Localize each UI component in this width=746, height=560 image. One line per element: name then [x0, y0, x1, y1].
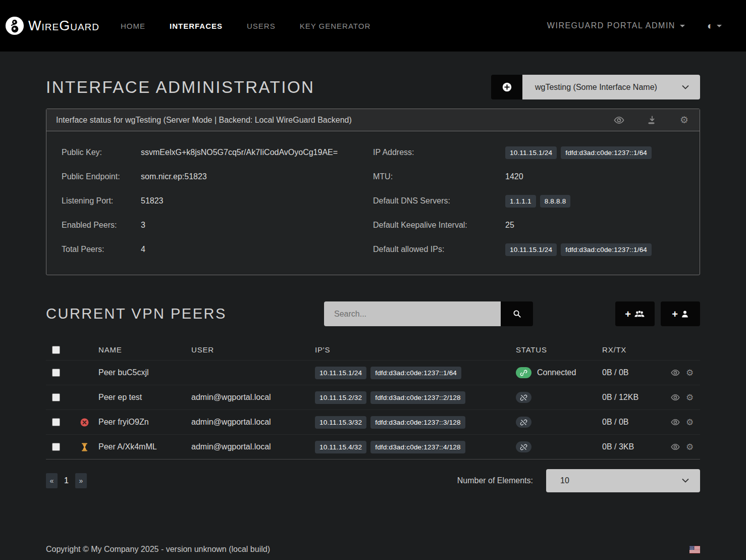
peer-name: Peer buC5cxjl	[98, 368, 191, 377]
nav-link-home[interactable]: HOME	[121, 22, 145, 30]
peer-settings-button[interactable]: ⚙	[686, 393, 694, 402]
nav-link-key-generator[interactable]: KEY GENERATOR	[300, 22, 371, 30]
peer-checkbox[interactable]	[52, 418, 60, 426]
peer-ip6-badge: fdfd:d3ad:c0de:1237::3/128	[370, 416, 465, 429]
peers-section-title: CURRENT VPN PEERS	[46, 306, 324, 322]
pagination-current-page: 1	[61, 476, 72, 485]
eye-icon	[671, 394, 680, 401]
peer-ip4-badge: 10.11.15.4/32	[315, 441, 366, 453]
peer-checkbox[interactable]	[52, 393, 60, 401]
user-menu-label: WIREGUARD PORTAL ADMIN	[547, 21, 675, 30]
add-multiple-peers-button[interactable]: +	[615, 301, 655, 326]
eye-icon	[671, 369, 680, 376]
page-size-label: Number of Elements:	[457, 476, 533, 485]
circle-half-theme-icon: ◐	[707, 21, 713, 31]
peer-settings-button[interactable]: ⚙	[686, 418, 694, 427]
interface-settings-button[interactable]: ⚙	[680, 115, 688, 125]
nav-right: WIREGUARD PORTAL ADMIN ◐	[547, 21, 722, 31]
column-name: NAME	[98, 345, 191, 354]
gear-icon: ⚙	[686, 418, 694, 427]
nav-link-users[interactable]: USERS	[247, 22, 276, 30]
peer-name: Peer A/Xk4mML	[98, 442, 191, 451]
interface-details-right: IP Address: 10.11.15.1/24 fdfd:d3ad:c0de…	[373, 140, 684, 262]
peer-name: Peer fryiO9Zn	[98, 418, 191, 427]
disconnected-status-badge	[516, 392, 531, 403]
detail-mtu: MTU: 1420	[373, 165, 684, 189]
peer-settings-button[interactable]: ⚙	[686, 369, 694, 377]
pagination-prev-button[interactable]: «	[46, 473, 58, 488]
eye-icon	[671, 443, 680, 450]
ip-badge: fdfd:d3ad:c0de:1237::1/64	[561, 146, 652, 159]
column-rxtx: RX/TX	[602, 345, 671, 354]
link-slash-icon	[520, 443, 527, 451]
ip-badge: 10.11.15.1/24	[505, 243, 557, 256]
peer-rxtx: 0B / 0B	[602, 368, 671, 377]
peer-settings-button[interactable]: ⚙	[686, 443, 694, 451]
column-status: STATUS	[516, 345, 602, 354]
peer-expiring-hourglass-icon	[81, 443, 88, 451]
interface-card-title: Interface status for wgTesting (Server M…	[56, 116, 352, 125]
peer-ip4-badge: 10.11.15.1/24	[315, 367, 366, 379]
peer-checkbox[interactable]	[52, 369, 60, 377]
chevron-down-icon	[682, 85, 689, 89]
disconnected-status-badge	[516, 417, 531, 428]
pagination: « 1 »	[46, 473, 87, 488]
brand-label: WireGuard	[28, 18, 99, 34]
pagination-next-button[interactable]: »	[75, 473, 87, 488]
brand[interactable]: WireGuard	[5, 16, 99, 35]
theme-toggle-dropdown[interactable]: ◐	[707, 21, 722, 31]
detail-public-key: Public Key: ssvmEelxG+k8jsNO5G7cq5r/Ak7I…	[62, 140, 373, 165]
user-menu-dropdown[interactable]: WIREGUARD PORTAL ADMIN	[547, 21, 685, 30]
plus-icon: +	[672, 309, 678, 319]
peer-name: Peer ep test	[98, 393, 191, 402]
connected-status-badge	[516, 367, 531, 378]
wireguard-logo-icon	[5, 16, 24, 35]
detail-dns-servers: Default DNS Servers: 1.1.1.1 8.8.8.8	[373, 189, 684, 213]
interface-selector-group: wgTesting (Some Interface Name)	[491, 75, 700, 99]
chevron-down-icon	[717, 25, 722, 27]
view-config-button[interactable]	[614, 116, 624, 124]
peer-row: Peer fryiO9Zn admin@wgportal.local 10.11…	[46, 410, 700, 434]
search-button[interactable]	[501, 301, 533, 326]
download-config-button[interactable]	[648, 116, 657, 125]
chevron-down-icon	[680, 25, 685, 27]
page-size-select[interactable]: 10	[546, 469, 700, 492]
language-us-flag-icon[interactable]	[689, 546, 700, 553]
detail-listening-port: Listening Port: 51823	[62, 189, 373, 213]
eye-icon	[614, 116, 624, 124]
navbar: WireGuard HOME INTERFACES USERS KEY GENE…	[0, 0, 746, 52]
dns-badge: 8.8.8.8	[540, 195, 571, 208]
interface-details-left: Public Key: ssvmEelxG+k8jsNO5G7cq5r/Ak7I…	[62, 140, 373, 262]
view-peer-button[interactable]	[671, 394, 680, 401]
page-size-value: 10	[560, 476, 569, 485]
add-interface-button[interactable]	[491, 75, 522, 99]
select-all-checkbox[interactable]	[52, 346, 60, 354]
column-ips: IP'S	[315, 345, 516, 354]
nav-links: HOME INTERFACES USERS KEY GENERATOR	[121, 22, 370, 30]
view-peer-button[interactable]	[671, 443, 680, 450]
add-peer-button[interactable]: +	[661, 301, 700, 326]
disconnected-status-badge	[516, 441, 531, 452]
eye-icon	[671, 419, 680, 426]
ip-badge: 10.11.15.1/24	[505, 146, 557, 159]
peer-ip6-badge: fdfd:d3ad:c0de:1237::4/128	[370, 441, 465, 453]
peer-user: admin@wgportal.local	[191, 393, 315, 402]
search-input[interactable]	[324, 301, 501, 326]
peer-ip4-badge: 10.11.15.2/32	[315, 391, 366, 404]
footer: Copyright © My Company 2025 - version un…	[0, 545, 746, 560]
people-group-icon	[634, 310, 645, 318]
nav-link-interfaces[interactable]: INTERFACES	[170, 22, 223, 30]
peer-user: admin@wgportal.local	[191, 442, 315, 451]
view-peer-button[interactable]	[671, 369, 680, 376]
detail-allowed-ips: Default allowed IPs: 10.11.15.1/24 fdfd:…	[373, 237, 684, 262]
view-peer-button[interactable]	[671, 419, 680, 426]
link-slash-icon	[520, 419, 527, 426]
dns-badge: 1.1.1.1	[505, 195, 536, 208]
plus-circle-icon	[502, 82, 512, 92]
peer-disabled-icon	[80, 418, 89, 427]
person-icon	[681, 310, 689, 318]
peer-ip4-badge: 10.11.15.3/32	[315, 416, 366, 429]
interface-select[interactable]: wgTesting (Some Interface Name)	[522, 75, 700, 99]
peer-checkbox[interactable]	[52, 443, 60, 451]
peer-user: admin@wgportal.local	[191, 418, 315, 427]
